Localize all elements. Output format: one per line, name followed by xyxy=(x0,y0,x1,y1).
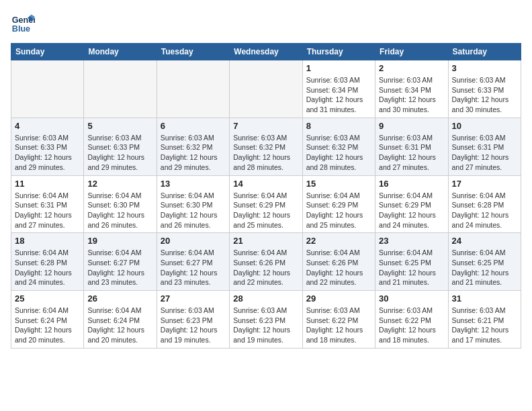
day-info: Sunrise: 6:04 AM Sunset: 6:26 PM Dayligh… xyxy=(233,248,298,287)
day-number: 22 xyxy=(306,236,371,246)
day-info: Sunrise: 6:03 AM Sunset: 6:33 PM Dayligh… xyxy=(15,133,80,173)
day-number: 19 xyxy=(87,236,152,246)
calendar-day-cell xyxy=(11,60,84,118)
calendar-day-cell: 30Sunrise: 6:03 AM Sunset: 6:22 PM Dayli… xyxy=(375,291,448,349)
calendar-day-cell xyxy=(230,60,302,118)
calendar-day-cell: 11Sunrise: 6:04 AM Sunset: 6:31 PM Dayli… xyxy=(11,175,84,233)
day-number: 7 xyxy=(233,121,298,131)
day-info: Sunrise: 6:04 AM Sunset: 6:27 PM Dayligh… xyxy=(87,248,152,287)
day-number: 26 xyxy=(87,293,152,304)
calendar-week-row: 18Sunrise: 6:04 AM Sunset: 6:28 PM Dayli… xyxy=(11,233,521,291)
weekday-header-row: SundayMondayTuesdayWednesdayThursdayFrid… xyxy=(11,44,521,60)
logo: General Blue xyxy=(11,11,38,35)
calendar-week-row: 4Sunrise: 6:03 AM Sunset: 6:33 PM Daylig… xyxy=(11,118,521,175)
calendar-day-cell: 3Sunrise: 6:03 AM Sunset: 6:33 PM Daylig… xyxy=(448,60,521,118)
day-number: 3 xyxy=(452,63,517,73)
calendar-week-row: 1Sunrise: 6:03 AM Sunset: 6:34 PM Daylig… xyxy=(11,60,521,118)
calendar-week-row: 25Sunrise: 6:04 AM Sunset: 6:24 PM Dayli… xyxy=(11,291,521,349)
day-number: 1 xyxy=(306,63,371,73)
weekday-header-tuesday: Tuesday xyxy=(157,44,229,60)
day-number: 9 xyxy=(379,121,444,131)
day-number: 29 xyxy=(306,293,371,304)
calendar-day-cell: 1Sunrise: 6:03 AM Sunset: 6:34 PM Daylig… xyxy=(302,60,375,118)
calendar-day-cell: 31Sunrise: 6:03 AM Sunset: 6:21 PM Dayli… xyxy=(448,291,521,349)
day-info: Sunrise: 6:03 AM Sunset: 6:33 PM Dayligh… xyxy=(87,133,152,173)
day-info: Sunrise: 6:04 AM Sunset: 6:30 PM Dayligh… xyxy=(87,191,152,230)
calendar-day-cell: 5Sunrise: 6:03 AM Sunset: 6:33 PM Daylig… xyxy=(84,118,157,175)
day-info: Sunrise: 6:04 AM Sunset: 6:26 PM Dayligh… xyxy=(306,248,371,287)
calendar-day-cell: 12Sunrise: 6:04 AM Sunset: 6:30 PM Dayli… xyxy=(84,175,157,233)
day-info: Sunrise: 6:03 AM Sunset: 6:22 PM Dayligh… xyxy=(379,306,444,345)
calendar-day-cell: 23Sunrise: 6:04 AM Sunset: 6:25 PM Dayli… xyxy=(375,233,448,291)
calendar-day-cell: 22Sunrise: 6:04 AM Sunset: 6:26 PM Dayli… xyxy=(302,233,375,291)
weekday-header-saturday: Saturday xyxy=(448,44,521,60)
page-header: General Blue xyxy=(11,11,521,35)
calendar-day-cell: 20Sunrise: 6:04 AM Sunset: 6:27 PM Dayli… xyxy=(157,233,229,291)
day-info: Sunrise: 6:03 AM Sunset: 6:23 PM Dayligh… xyxy=(233,306,298,345)
day-number: 20 xyxy=(161,236,226,246)
day-number: 17 xyxy=(452,179,517,189)
calendar-day-cell: 19Sunrise: 6:04 AM Sunset: 6:27 PM Dayli… xyxy=(84,233,157,291)
calendar-day-cell: 29Sunrise: 6:03 AM Sunset: 6:22 PM Dayli… xyxy=(302,291,375,349)
svg-text:Blue: Blue xyxy=(12,24,30,34)
day-info: Sunrise: 6:04 AM Sunset: 6:29 PM Dayligh… xyxy=(233,191,298,230)
calendar-day-cell: 7Sunrise: 6:03 AM Sunset: 6:32 PM Daylig… xyxy=(230,118,302,175)
day-number: 21 xyxy=(233,236,298,246)
calendar-day-cell: 6Sunrise: 6:03 AM Sunset: 6:32 PM Daylig… xyxy=(157,118,229,175)
day-info: Sunrise: 6:04 AM Sunset: 6:29 PM Dayligh… xyxy=(379,191,444,230)
calendar-day-cell xyxy=(84,60,157,118)
calendar-day-cell: 21Sunrise: 6:04 AM Sunset: 6:26 PM Dayli… xyxy=(230,233,302,291)
day-number: 18 xyxy=(15,236,80,246)
day-info: Sunrise: 6:04 AM Sunset: 6:28 PM Dayligh… xyxy=(15,248,80,287)
day-info: Sunrise: 6:03 AM Sunset: 6:31 PM Dayligh… xyxy=(452,133,517,173)
day-number: 28 xyxy=(233,293,298,304)
day-info: Sunrise: 6:03 AM Sunset: 6:32 PM Dayligh… xyxy=(233,133,298,173)
day-number: 15 xyxy=(306,179,371,189)
calendar-day-cell: 16Sunrise: 6:04 AM Sunset: 6:29 PM Dayli… xyxy=(375,175,448,233)
day-number: 23 xyxy=(379,236,444,246)
day-number: 8 xyxy=(306,121,371,131)
calendar-day-cell xyxy=(157,60,229,118)
calendar-day-cell: 24Sunrise: 6:04 AM Sunset: 6:25 PM Dayli… xyxy=(448,233,521,291)
calendar-day-cell: 14Sunrise: 6:04 AM Sunset: 6:29 PM Dayli… xyxy=(230,175,302,233)
calendar-day-cell: 4Sunrise: 6:03 AM Sunset: 6:33 PM Daylig… xyxy=(11,118,84,175)
day-info: Sunrise: 6:04 AM Sunset: 6:30 PM Dayligh… xyxy=(161,191,226,230)
day-info: Sunrise: 6:03 AM Sunset: 6:31 PM Dayligh… xyxy=(379,133,444,173)
day-info: Sunrise: 6:03 AM Sunset: 6:21 PM Dayligh… xyxy=(452,306,517,345)
weekday-header-thursday: Thursday xyxy=(302,44,375,60)
calendar-day-cell: 27Sunrise: 6:03 AM Sunset: 6:23 PM Dayli… xyxy=(157,291,229,349)
day-number: 10 xyxy=(452,121,517,131)
calendar-day-cell: 18Sunrise: 6:04 AM Sunset: 6:28 PM Dayli… xyxy=(11,233,84,291)
day-info: Sunrise: 6:04 AM Sunset: 6:29 PM Dayligh… xyxy=(306,191,371,230)
calendar-day-cell: 2Sunrise: 6:03 AM Sunset: 6:34 PM Daylig… xyxy=(375,60,448,118)
day-info: Sunrise: 6:03 AM Sunset: 6:23 PM Dayligh… xyxy=(161,306,226,345)
calendar-day-cell: 10Sunrise: 6:03 AM Sunset: 6:31 PM Dayli… xyxy=(448,118,521,175)
weekday-header-sunday: Sunday xyxy=(11,44,84,60)
day-number: 31 xyxy=(452,293,517,304)
day-info: Sunrise: 6:04 AM Sunset: 6:25 PM Dayligh… xyxy=(379,248,444,287)
day-number: 4 xyxy=(15,121,80,131)
day-info: Sunrise: 6:04 AM Sunset: 6:24 PM Dayligh… xyxy=(15,306,80,345)
day-number: 16 xyxy=(379,179,444,189)
day-info: Sunrise: 6:04 AM Sunset: 6:24 PM Dayligh… xyxy=(87,306,152,345)
calendar-day-cell: 17Sunrise: 6:04 AM Sunset: 6:28 PM Dayli… xyxy=(448,175,521,233)
day-info: Sunrise: 6:04 AM Sunset: 6:25 PM Dayligh… xyxy=(452,248,517,287)
day-number: 25 xyxy=(15,293,80,304)
day-info: Sunrise: 6:04 AM Sunset: 6:28 PM Dayligh… xyxy=(452,191,517,230)
day-info: Sunrise: 6:03 AM Sunset: 6:33 PM Dayligh… xyxy=(452,75,517,115)
calendar-day-cell: 9Sunrise: 6:03 AM Sunset: 6:31 PM Daylig… xyxy=(375,118,448,175)
day-number: 2 xyxy=(379,63,444,73)
day-number: 5 xyxy=(87,121,152,131)
day-info: Sunrise: 6:03 AM Sunset: 6:34 PM Dayligh… xyxy=(379,75,444,115)
day-number: 14 xyxy=(233,179,298,189)
day-info: Sunrise: 6:03 AM Sunset: 6:32 PM Dayligh… xyxy=(161,133,226,173)
weekday-header-monday: Monday xyxy=(84,44,157,60)
calendar-day-cell: 8Sunrise: 6:03 AM Sunset: 6:32 PM Daylig… xyxy=(302,118,375,175)
logo-icon: General Blue xyxy=(11,11,35,35)
day-info: Sunrise: 6:03 AM Sunset: 6:22 PM Dayligh… xyxy=(306,306,371,345)
calendar-day-cell: 13Sunrise: 6:04 AM Sunset: 6:30 PM Dayli… xyxy=(157,175,229,233)
calendar-table: SundayMondayTuesdayWednesdayThursdayFrid… xyxy=(11,43,521,349)
weekday-header-wednesday: Wednesday xyxy=(230,44,302,60)
day-number: 13 xyxy=(161,179,226,189)
day-number: 11 xyxy=(15,179,80,189)
